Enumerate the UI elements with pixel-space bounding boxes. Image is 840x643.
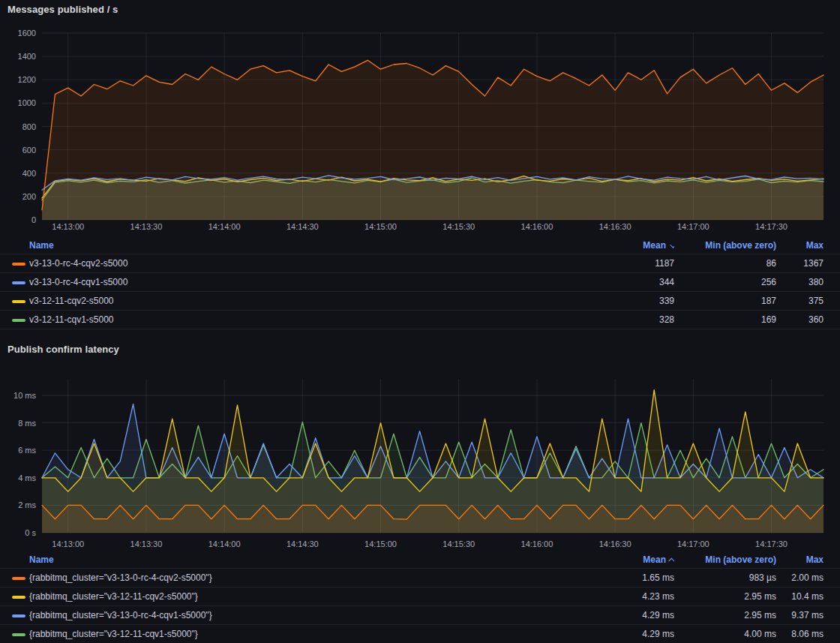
- series-mean-value: 4.23 ms: [596, 591, 674, 602]
- series-name[interactable]: {rabbitmq_cluster="v3-12-11-cqv2-s5000"}: [29, 591, 596, 602]
- series-swatch-cell: [12, 610, 29, 620]
- series-min-value: 983 µs: [674, 572, 776, 583]
- y-axis-tick-label: 2 ms: [18, 500, 36, 509]
- series-max-value: 8.06 ms: [776, 629, 824, 639]
- legend-header-name[interactable]: Name: [29, 554, 596, 565]
- sort-asc-icon: [668, 557, 674, 563]
- dashboard: Messages published / s 02004006008001000…: [0, 0, 840, 643]
- legend-header-mean[interactable]: Mean: [596, 240, 674, 251]
- series-color-swatch[interactable]: [12, 633, 26, 636]
- series-name[interactable]: {rabbitmq_cluster="v3-12-11-cqv1-s5000"}: [29, 629, 596, 639]
- legend-row: {rabbitmq_cluster="v3-12-11-cqv1-s5000"}…: [0, 625, 840, 643]
- series-max-value: 1367: [776, 258, 824, 269]
- legend-header-row: NameMeanMin (above zero)Max: [0, 237, 840, 254]
- sort-desc-icon: [670, 242, 674, 248]
- series-max-value: 360: [776, 314, 824, 325]
- x-axis-tick-label: 14:16:30: [599, 539, 632, 548]
- x-axis-tick-label: 14:13:00: [52, 222, 84, 231]
- y-axis-tick-label: 4 ms: [18, 473, 36, 482]
- series-name[interactable]: {rabbitmq_cluster="v3-13-0-rc-4-cqv1-s50…: [29, 610, 596, 620]
- series-name[interactable]: v3-12-11-cqv2-s5000: [29, 296, 596, 306]
- y-axis-tick-label: 0 s: [25, 528, 36, 537]
- series-max-value: 2.00 ms: [776, 572, 824, 583]
- series-mean-value: 344: [596, 277, 674, 287]
- y-axis-tick-label: 800: [22, 122, 36, 131]
- series-swatch-cell: [12, 591, 29, 602]
- y-axis-tick-label: 1000: [18, 98, 36, 107]
- legend-row: {rabbitmq_cluster="v3-12-11-cqv2-s5000"}…: [0, 587, 840, 606]
- messages-published-legend: NameMeanMin (above zero)Maxv3-13-0-rc-4-…: [0, 237, 840, 329]
- series-min-value: 256: [674, 277, 776, 287]
- legend-header-name[interactable]: Name: [29, 240, 596, 251]
- y-axis-tick-label: 600: [22, 146, 36, 155]
- series-max-value: 375: [776, 296, 824, 306]
- x-axis-tick-label: 14:17:30: [755, 539, 788, 548]
- series-min-value: 86: [674, 258, 776, 269]
- x-axis-tick-label: 14:16:00: [521, 539, 554, 548]
- series-mean-value: 1.65 ms: [596, 572, 674, 583]
- x-axis-tick-label: 14:15:00: [364, 222, 397, 231]
- series-mean-value: 4.29 ms: [596, 629, 674, 639]
- series-mean-value: 328: [596, 314, 674, 325]
- series-swatch-cell: [12, 258, 29, 269]
- series-color-swatch[interactable]: [12, 319, 26, 322]
- series-mean-value: 339: [596, 296, 674, 306]
- series-min-value: 187: [674, 296, 776, 306]
- x-axis-tick-label: 14:14:00: [208, 539, 241, 548]
- series-swatch-cell: [12, 572, 29, 583]
- series-color-swatch[interactable]: [12, 300, 26, 303]
- series-name[interactable]: v3-13-0-rc-4-cqv2-s5000: [29, 258, 596, 269]
- series-min-value: 2.95 ms: [674, 610, 776, 620]
- series-name[interactable]: v3-12-11-cqv1-s5000: [29, 314, 596, 325]
- series-max-value: 10.4 ms: [776, 591, 824, 602]
- x-axis-tick-label: 14:15:30: [442, 222, 475, 231]
- legend-header-max[interactable]: Max: [776, 240, 824, 251]
- legend-header-min[interactable]: Min (above zero): [674, 240, 776, 251]
- y-axis-tick-label: 1600: [18, 29, 36, 38]
- series-color-swatch[interactable]: [12, 596, 26, 599]
- x-axis-tick-label: 14:15:00: [364, 539, 397, 548]
- x-axis-tick-label: 14:14:30: [286, 539, 319, 548]
- legend-row: v3-12-11-cqv1-s5000328169360: [0, 311, 840, 329]
- series-color-swatch[interactable]: [12, 281, 26, 284]
- legend-row: v3-13-0-rc-4-cqv2-s50001187861367: [0, 254, 840, 273]
- legend-row: {rabbitmq_cluster="v3-13-0-rc-4-cqv2-s50…: [0, 569, 840, 587]
- series-min-value: 169: [674, 314, 776, 325]
- x-axis-tick-label: 14:13:00: [52, 539, 84, 548]
- legend-row: v3-13-0-rc-4-cqv1-s5000344256380: [0, 273, 840, 292]
- x-axis-tick-label: 14:17:00: [677, 539, 710, 548]
- series-min-value: 4.00 ms: [674, 629, 776, 639]
- legend-header-mean[interactable]: Mean: [596, 554, 674, 565]
- y-axis-tick-label: 6 ms: [18, 446, 36, 455]
- publish-confirm-latency-plot[interactable]: 0 s2 ms4 ms6 ms8 ms10 ms14:13:0014:13:30…: [0, 341, 840, 555]
- series-color-swatch[interactable]: [12, 614, 26, 617]
- series-mean-value: 4.29 ms: [596, 610, 674, 620]
- x-axis-tick-label: 14:13:30: [130, 222, 163, 231]
- x-axis-tick-label: 14:16:30: [599, 222, 632, 231]
- legend-header-min[interactable]: Min (above zero): [674, 554, 776, 565]
- legend-row: {rabbitmq_cluster="v3-13-0-rc-4-cqv1-s50…: [0, 606, 840, 625]
- series-mean-value: 1187: [596, 258, 674, 269]
- publish-confirm-latency-legend: NameMeanMin (above zero)Max{rabbitmq_clu…: [0, 551, 840, 643]
- y-axis-tick-label: 10 ms: [14, 391, 36, 400]
- messages-published-plot[interactable]: 0200400600800100012001400160014:13:0014:…: [0, 0, 840, 236]
- series-swatch-cell: [12, 277, 29, 287]
- series-name[interactable]: {rabbitmq_cluster="v3-13-0-rc-4-cqv2-s50…: [29, 572, 596, 583]
- x-axis-tick-label: 14:13:30: [130, 539, 163, 548]
- series-swatch-cell: [12, 314, 29, 325]
- series-max-value: 380: [776, 277, 824, 287]
- series-color-swatch[interactable]: [12, 263, 26, 266]
- series-swatch-cell: [12, 296, 29, 306]
- y-axis-tick-label: 1400: [18, 52, 36, 61]
- y-axis-tick-label: 400: [22, 169, 36, 178]
- y-axis-tick-label: 200: [22, 192, 36, 201]
- x-axis-tick-label: 14:16:00: [521, 222, 554, 231]
- series-name[interactable]: v3-13-0-rc-4-cqv1-s5000: [29, 277, 596, 287]
- y-axis-tick-label: 0: [32, 215, 36, 224]
- series-min-value: 2.95 ms: [674, 591, 776, 602]
- legend-header-row: NameMeanMin (above zero)Max: [0, 551, 840, 569]
- legend-header-max[interactable]: Max: [776, 554, 824, 565]
- y-axis-tick-label: 1200: [18, 75, 36, 84]
- series-color-swatch[interactable]: [12, 577, 26, 580]
- y-axis-tick-label: 8 ms: [18, 419, 36, 428]
